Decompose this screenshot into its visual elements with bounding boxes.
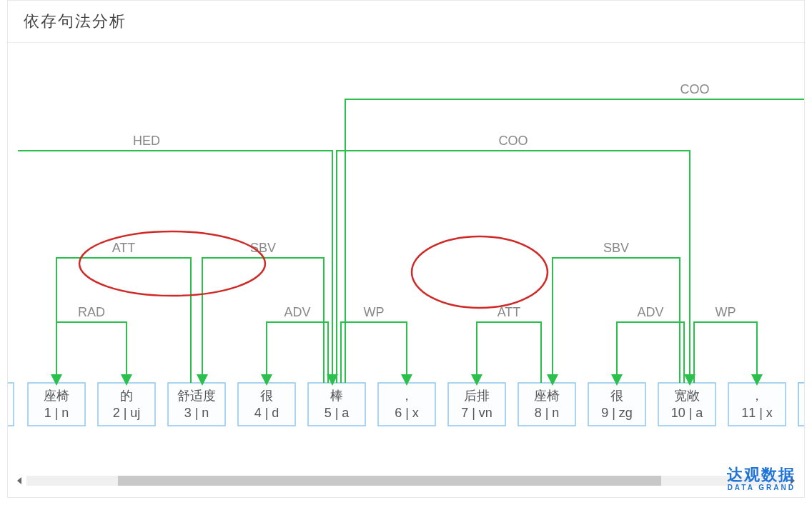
page-title: 依存句法分析: [8, 1, 804, 43]
token-tag: 8 | n: [535, 406, 560, 420]
token-word: 舒适度: [177, 389, 216, 403]
arc-label: HED: [133, 134, 160, 148]
token-tag: 1 | n: [44, 406, 69, 420]
token-box: [798, 383, 804, 426]
horizontal-scrollbar[interactable]: [15, 476, 797, 486]
svg-marker-0: [17, 477, 21, 484]
token-word: ，: [751, 389, 763, 403]
token-tag: 4 | d: [254, 406, 279, 420]
arc-label: ATT: [112, 241, 136, 255]
token-word: 很: [260, 389, 273, 403]
arc-label: ADV: [637, 305, 663, 319]
brand-logo: 达观数据 DATA GRAND: [727, 467, 796, 493]
token-tag: 11 | x: [741, 406, 773, 420]
token-word: 的: [120, 389, 133, 403]
dependency-panel: 依存句法分析 座椅1 | n的2 | uj舒适度3 | n很4 | d棒5 | …: [7, 0, 805, 498]
annotation-ellipse: [79, 231, 265, 296]
dependency-arc: [477, 322, 541, 383]
token-tag: 9 | zg: [601, 406, 633, 420]
token-tag: 6 | x: [395, 406, 419, 420]
arc-label: COO: [498, 134, 528, 148]
dependency-arc: [267, 322, 328, 383]
arc-label: COO: [680, 82, 709, 96]
brand-logo-cn: 达观数据: [727, 467, 796, 483]
token-tag: 3 | n: [184, 406, 209, 420]
arc-label: WP: [716, 305, 736, 319]
brand-logo-en: DATA GRAND: [727, 483, 796, 493]
token-tag: 5 | a: [325, 406, 350, 420]
token-word: 座椅: [534, 389, 560, 403]
arc-label: WP: [364, 305, 385, 319]
dependency-arc: [202, 258, 324, 383]
token-tag: 2 | uj: [113, 406, 141, 420]
dependency-svg: 座椅1 | n的2 | uj舒适度3 | n很4 | d棒5 | a，6 | x…: [8, 44, 804, 458]
arc-label: SBV: [603, 241, 629, 255]
token-box-stub: [8, 383, 14, 426]
scrollbar-thumb[interactable]: [118, 476, 661, 486]
scrollbar-track[interactable]: [26, 476, 786, 486]
token-word: 后排: [464, 389, 490, 403]
token-word: 宽敞: [674, 389, 700, 403]
dependency-arc: [345, 99, 804, 383]
annotation-ellipse: [412, 236, 548, 308]
dependency-arc: [694, 322, 757, 383]
scroll-left-arrow-icon[interactable]: [15, 476, 25, 486]
dependency-arc: [56, 258, 191, 383]
token-word: 棒: [330, 389, 343, 403]
dependency-arc: [337, 151, 690, 383]
token-tag: 7 | vn: [461, 406, 492, 420]
diagram-canvas: 座椅1 | n的2 | uj舒适度3 | n很4 | d棒5 | a，6 | x…: [8, 44, 804, 469]
arc-label: RAD: [78, 305, 105, 319]
dependency-arc: [341, 322, 407, 383]
dependency-arc: [18, 151, 332, 380]
token-word: 很: [610, 389, 623, 403]
token-word: 座椅: [44, 389, 69, 403]
arc-label: ATT: [497, 305, 521, 319]
dependency-arc: [617, 322, 684, 383]
token-tag: 10 | a: [671, 406, 704, 420]
arc-label: ADV: [284, 305, 310, 319]
dependency-arc: [56, 322, 127, 383]
token-word: ，: [400, 389, 413, 403]
